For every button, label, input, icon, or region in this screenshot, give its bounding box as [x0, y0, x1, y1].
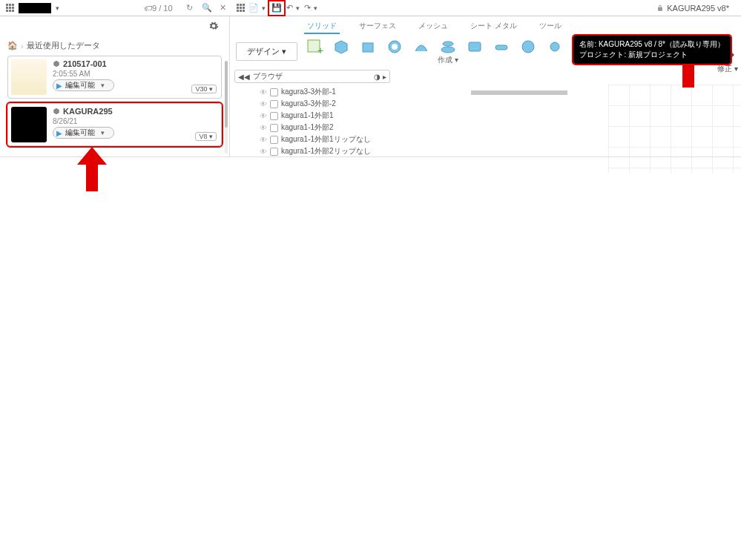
project-thumbnail	[11, 107, 47, 142]
main-area: ソリッド サーフェス メッシュ シート メタル ツール デザイン ▾ +	[230, 16, 741, 157]
component-icon	[270, 136, 278, 144]
tree-item-label: kagura3-3外部-2	[281, 99, 336, 109]
svg-point-5	[443, 42, 453, 46]
chevron-right-icon: ›	[21, 42, 24, 50]
tree-item-label: kagura1-1外部2リップなし	[281, 146, 371, 157]
edit-status-label: 編集可能	[65, 80, 95, 90]
project-card[interactable]: 210517-001 2:05:55 AM ▶編集可能▾ V30 ▾	[7, 56, 222, 99]
sweep-icon[interactable]	[412, 37, 431, 56]
sphere-icon[interactable]	[518, 37, 538, 56]
tool-group-create: +	[305, 37, 591, 56]
rib-icon[interactable]	[465, 37, 484, 56]
file-menu-icon[interactable]: 📄▾	[251, 1, 266, 15]
save-icon[interactable]: 💾	[269, 1, 284, 15]
visibility-icon[interactable]: 👁	[260, 112, 267, 120]
edit-status-pill[interactable]: ▶編集可能▾	[53, 79, 114, 91]
close-icon[interactable]: ✕	[220, 3, 226, 13]
scrollbar[interactable]	[225, 61, 228, 154]
search-icon[interactable]: 🔍	[202, 3, 212, 13]
tree-row[interactable]: 👁kagura1-1外部2	[260, 122, 741, 134]
edit-status-pill[interactable]: ▶編集可能▾	[53, 127, 114, 139]
undo-icon[interactable]: ↶▾	[287, 1, 302, 15]
version-tag[interactable]: V30 ▾	[191, 85, 217, 93]
component-icon	[270, 88, 278, 96]
panel-breadcrumb[interactable]: 🏠 › 最近使用したデータ	[0, 37, 229, 54]
visibility-icon[interactable]: 👁	[260, 136, 267, 144]
svg-rect-10	[550, 42, 559, 51]
cylinder-icon[interactable]	[545, 37, 564, 56]
browser-options-icon[interactable]: ◑ ▸	[374, 73, 386, 81]
document-tab-label: KAGURA295 v8*	[667, 4, 729, 13]
refresh-icon[interactable]: ↻	[186, 3, 193, 13]
data-panel: 🏠 › 最近使用したデータ 210517-001 2:05:55 AM ▶編集可…	[0, 16, 230, 157]
component-icon	[270, 112, 278, 120]
file-info-tooltip: 名前: KAGURA295 v8 / 8*（読み取り専用） プロジェクト: 新規…	[573, 36, 731, 64]
component-icon	[270, 100, 278, 108]
component-icon	[270, 124, 278, 132]
tree-row[interactable]: 👁kagura1-1外部1リップなし	[260, 134, 741, 145]
tooltip-line1: 名前: KAGURA295 v8 / 8*（読み取り専用）	[579, 39, 725, 50]
loft-icon[interactable]	[438, 37, 458, 56]
visibility-icon[interactable]: 👁	[260, 100, 267, 108]
tree-row[interactable]: 👁kagura1-1外部1	[260, 110, 741, 122]
project-thumbnail	[11, 59, 47, 95]
breadcrumb-label: 最近使用したデータ	[27, 40, 100, 51]
tree-item-label: kagura1-1外部1リップなし	[281, 134, 371, 145]
tab-surface[interactable]: サーフェス	[356, 19, 399, 34]
project-title: KAGURA295	[63, 107, 113, 116]
collapse-icon[interactable]: ◀◀	[238, 73, 250, 81]
browser-label: ブラウザ	[253, 71, 283, 82]
svg-rect-2	[363, 43, 373, 52]
revolve-icon[interactable]	[385, 37, 404, 56]
document-tab[interactable]: KAGURA295 v8*	[648, 4, 738, 13]
project-card[interactable]: KAGURA295 8/26/21 ▶編集可能▾ V8 ▾	[7, 103, 222, 146]
visibility-icon[interactable]: 👁	[260, 88, 267, 96]
project-subtitle: 8/26/21	[53, 117, 218, 125]
project-subtitle: 2:05:55 AM	[53, 70, 218, 78]
home-icon[interactable]: 🏠	[7, 41, 18, 50]
modify-label[interactable]: 修正 ▾	[717, 64, 738, 74]
group-label-create[interactable]: 作成 ▾	[438, 55, 458, 65]
extrude-icon[interactable]	[358, 37, 378, 56]
new-sketch-icon[interactable]: +	[305, 37, 324, 56]
tab-sheetmetal[interactable]: シート メタル	[467, 19, 520, 34]
edit-status-label: 編集可能	[65, 128, 95, 138]
redo-icon[interactable]: ↷▾	[305, 1, 320, 15]
credit-icon: 🏷9 / 10	[144, 4, 173, 13]
visibility-icon[interactable]: 👁	[260, 124, 267, 132]
box-icon[interactable]	[332, 37, 351, 56]
cube-icon	[53, 60, 60, 67]
svg-text:+: +	[317, 45, 323, 56]
svg-point-4	[392, 44, 398, 50]
browser-tree: 👁kagura3-3外部-1👁kagura3-3外部-2👁kagura1-1外部…	[230, 86, 741, 157]
component-icon	[270, 148, 278, 156]
annotation-arrow	[77, 147, 107, 191]
visibility-icon[interactable]: 👁	[260, 148, 267, 156]
title-bar: ▾ 🏷9 / 10 ↻ 🔍 ✕ 📄▾ 💾 ↶▾ ↷▾ KAGURA295 v8*	[0, 0, 741, 16]
svg-rect-7	[469, 42, 481, 51]
tab-tools[interactable]: ツール	[536, 19, 564, 34]
tree-item-label: kagura1-1外部2	[281, 122, 334, 133]
tree-item-label: kagura3-3外部-1	[281, 87, 336, 97]
credit-count: 9 / 10	[152, 4, 173, 13]
tree-row[interactable]: 👁kagura1-1外部2リップなし	[260, 145, 741, 157]
app-launcher-icon[interactable]	[6, 4, 14, 12]
svg-rect-8	[495, 45, 507, 50]
tab-solid[interactable]: ソリッド	[304, 19, 340, 34]
chevron-down-icon[interactable]: ▾	[53, 4, 62, 12]
svg-point-6	[441, 47, 455, 53]
tab-mesh[interactable]: メッシュ	[415, 19, 451, 34]
ribbon-tabs: ソリッド サーフェス メッシュ シート メタル ツール	[230, 16, 741, 34]
hole-icon[interactable]	[492, 37, 511, 56]
user-menu[interactable]: ▾	[3, 3, 62, 13]
lock-icon	[656, 4, 664, 12]
project-title: 210517-001	[63, 59, 107, 68]
cube-icon	[53, 108, 60, 115]
grid-view-icon[interactable]	[234, 1, 248, 15]
design-button-label: デザイン ▾	[247, 46, 286, 57]
design-workspace-button[interactable]: デザイン ▾	[236, 42, 297, 61]
browser-bar[interactable]: ◀◀ ブラウザ ◑ ▸	[234, 70, 390, 83]
version-tag[interactable]: V8 ▾	[195, 132, 217, 141]
settings-icon[interactable]	[208, 21, 219, 33]
tree-row[interactable]: 👁kagura3-3外部-2	[260, 98, 741, 110]
